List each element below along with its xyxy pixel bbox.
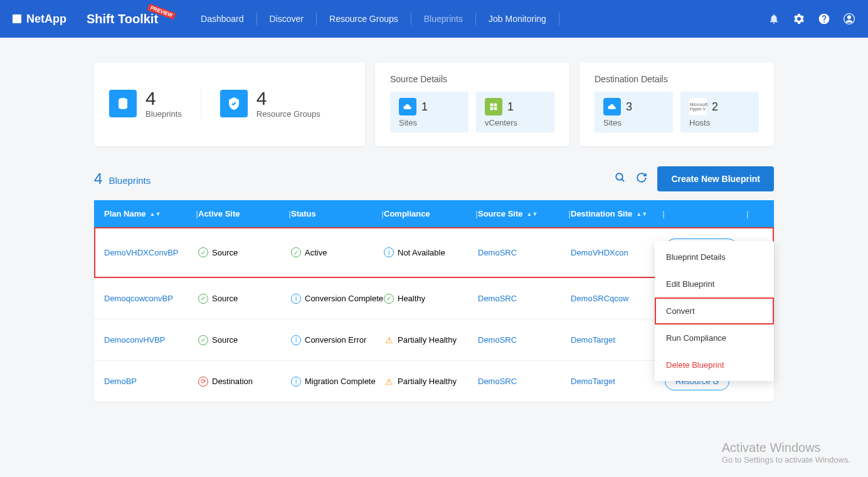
table-toolbar: 4 Blueprints Create New Blueprint <box>94 161 774 200</box>
menu-item-edit-blueprint[interactable]: Edit Blueprint <box>655 271 774 297</box>
menu-item-run-compliance[interactable]: Run Compliance <box>655 324 774 351</box>
nav-item-job-monitoring[interactable]: Job Monitoring <box>476 13 559 25</box>
destination-mini-cards: 3SitesMicrosoftHyper-V2Hosts <box>595 92 759 132</box>
windows-activate-watermark: Activate Windows Go to Settings to activ… <box>722 441 850 464</box>
app-header: NetApp Shift Toolkit PREVIEW DashboardDi… <box>0 0 868 38</box>
info-icon: i <box>384 247 394 257</box>
summary-card-main: 4Blueprints4Resource Groups <box>94 63 365 146</box>
source-site-link[interactable]: DemoSRC <box>478 294 517 303</box>
stat-number: 4 <box>257 88 320 109</box>
destination-site-link[interactable]: DemoVHDXcon <box>571 248 628 257</box>
source-site-link[interactable]: DemoSRC <box>478 377 517 386</box>
sort-icon: ▲▼ <box>149 211 161 217</box>
watermark-subtitle: Go to Settings to activate Windows. <box>722 455 850 464</box>
plan-name-link[interactable]: DemoqcowconvBP <box>104 294 173 303</box>
svg-rect-3 <box>490 104 494 107</box>
refresh-icon[interactable] <box>636 172 647 186</box>
column-header-active-site[interactable]: Active Site| <box>198 209 291 218</box>
svg-point-11 <box>617 173 623 180</box>
status-value: Active <box>305 248 327 257</box>
svg-rect-5 <box>490 107 494 110</box>
status-value: Conversion Error <box>305 335 366 345</box>
info-icon: i <box>291 377 301 387</box>
source-site-link[interactable]: DemoSRC <box>478 248 517 257</box>
destination-details-title: Destination Details <box>595 74 759 84</box>
mini-count: 3 <box>626 100 632 114</box>
menu-item-convert[interactable]: Convert <box>655 297 774 324</box>
status-value: Conversion Complete <box>305 294 383 303</box>
mini-label: Hosts <box>689 118 750 127</box>
column-header-status[interactable]: Status| <box>291 209 384 218</box>
create-blueprint-button[interactable]: Create New Blueprint <box>657 166 774 191</box>
nav-item-discover[interactable]: Discover <box>257 13 317 25</box>
mini-count: 1 <box>421 100 428 114</box>
header-action-icons <box>768 13 855 25</box>
mini-label: Sites <box>399 118 460 127</box>
stat-label: Resource Groups <box>257 109 320 119</box>
gear-icon[interactable] <box>793 13 805 25</box>
check-icon: ✓ <box>384 294 394 304</box>
plan-name-link[interactable]: DemoBP <box>104 377 137 386</box>
compliance-value: Partially Healthy <box>398 377 457 386</box>
bell-icon[interactable] <box>768 13 780 25</box>
sort-icon: ▲▼ <box>527 211 538 217</box>
plan-name-link[interactable]: DemoVHDXConvBP <box>104 248 179 257</box>
stat-icon <box>220 90 248 117</box>
help-icon[interactable] <box>818 13 830 25</box>
info-icon: i <box>291 294 301 304</box>
destination-site-link[interactable]: DemoTarget <box>571 377 615 386</box>
mini-card-vcenters: 1vCenters <box>476 92 554 132</box>
destination-site-link[interactable]: DemoTarget <box>571 335 615 345</box>
stat-label: Blueprints <box>146 109 182 119</box>
table-header: Plan Name▲▼|Active Site|Status|Complianc… <box>94 200 774 227</box>
nav-item-resource-groups[interactable]: Resource Groups <box>317 13 411 25</box>
compliance-value: Not Available <box>398 248 445 257</box>
check-icon: ✓ <box>291 247 301 257</box>
source-details-card: Source Details 1Sites1vCenters <box>375 63 569 146</box>
svg-rect-6 <box>494 107 497 110</box>
warning-icon: ⚠ <box>384 377 394 387</box>
nav-item-dashboard[interactable]: Dashboard <box>188 13 257 25</box>
brand-logo: NetApp <box>13 13 66 26</box>
active-site-value: Destination <box>212 377 253 386</box>
status-value: Migration Complete <box>305 377 376 386</box>
toolbar-actions: Create New Blueprint <box>615 166 774 191</box>
column-header-actions: | <box>665 209 764 218</box>
plan-name-link[interactable]: DemoconvHVBP <box>104 335 166 345</box>
nav-item-blueprints[interactable]: Blueprints <box>411 13 476 25</box>
blueprint-count: 4 Blueprints <box>94 170 151 188</box>
svg-rect-4 <box>494 104 497 107</box>
stat-icon <box>109 90 137 117</box>
blueprint-count-number: 4 <box>94 170 102 187</box>
cloud-icon <box>603 98 621 115</box>
menu-item-blueprint-details[interactable]: Blueprint Details <box>655 244 774 271</box>
win-icon: MicrosoftHyper-V <box>689 98 707 115</box>
destination-details-card: Destination Details 3SitesMicrosoftHyper… <box>580 63 774 146</box>
column-header-source-site[interactable]: Source Site▲▼| <box>478 209 571 218</box>
check-icon: ✓ <box>198 335 208 345</box>
destination-site-link[interactable]: DemoSRCqcow <box>571 294 628 303</box>
mini-label: vCenters <box>485 118 546 127</box>
stat-blueprints: 4Blueprints <box>109 88 182 119</box>
sort-icon: ▲▼ <box>636 211 647 217</box>
mini-card-hosts: MicrosoftHyper-V2Hosts <box>680 92 759 132</box>
column-header-compliance[interactable]: Compliance| <box>384 209 478 218</box>
row-actions-menu: Blueprint DetailsEdit BlueprintConvertRu… <box>655 241 774 381</box>
active-site-value: Source <box>212 248 238 257</box>
netapp-logo-icon <box>13 14 21 23</box>
app-title: Shift Toolkit PREVIEW <box>87 12 158 26</box>
search-icon[interactable] <box>615 172 626 186</box>
mini-count: 2 <box>712 100 718 114</box>
column-header-destination-site[interactable]: Destination Site▲▼| <box>571 209 665 218</box>
info-icon: i <box>291 335 301 345</box>
source-site-link[interactable]: DemoSRC <box>478 335 517 345</box>
mini-label: Sites <box>603 118 664 127</box>
stat-resource-groups: 4Resource Groups <box>201 88 320 119</box>
summary-cards-row: 4Blueprints4Resource Groups Source Detai… <box>0 38 868 146</box>
stat-number: 4 <box>146 88 182 109</box>
menu-item-delete-blueprint[interactable]: Delete Blueprint <box>655 351 774 378</box>
column-header-plan-name[interactable]: Plan Name▲▼| <box>104 209 198 218</box>
user-icon[interactable] <box>843 13 855 25</box>
svg-line-12 <box>622 179 625 181</box>
compliance-value: Healthy <box>398 294 425 303</box>
